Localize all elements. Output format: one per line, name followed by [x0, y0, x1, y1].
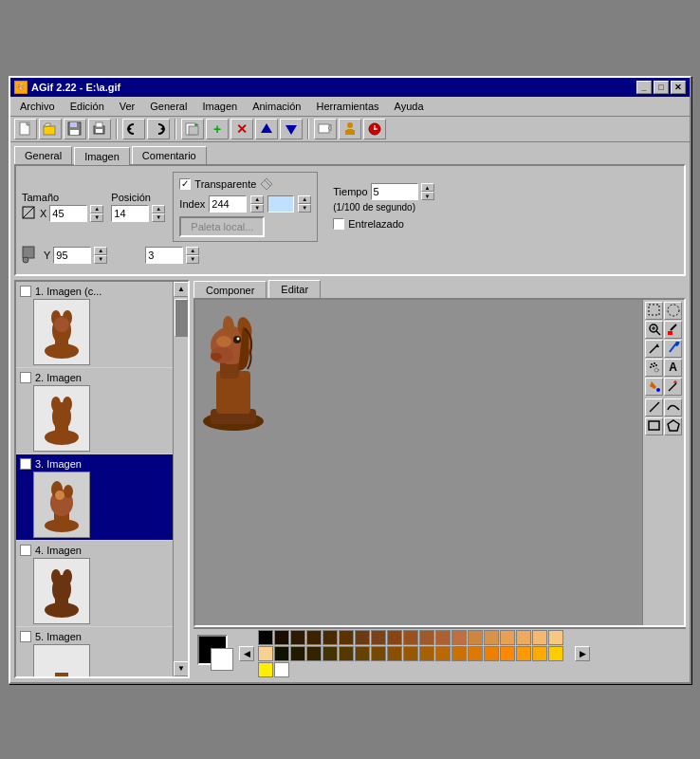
palette-btn[interactable]: Paleta local... [179, 216, 265, 237]
color-down-button[interactable]: ▼ [298, 204, 311, 213]
y-input[interactable] [53, 247, 91, 264]
tiempo-input[interactable] [371, 183, 418, 200]
frame-up-button[interactable] [255, 119, 278, 139]
tab-comentario[interactable]: Comentario [132, 146, 207, 164]
print-button[interactable] [88, 119, 111, 139]
maximize-button[interactable]: □ [654, 81, 669, 94]
tab-imagen[interactable]: Imagen [74, 147, 130, 165]
frame-item-2[interactable]: 2. Imagen [16, 368, 173, 454]
color-cell-39[interactable] [274, 662, 289, 677]
fill-tool[interactable] [645, 378, 663, 396]
frame-add-button[interactable]: + [206, 119, 229, 139]
frame-new-button[interactable] [181, 119, 204, 139]
canvas-tab-componer[interactable]: Componer [193, 281, 267, 299]
color-cell-34[interactable] [500, 646, 515, 661]
secondary-color-swatch[interactable] [211, 648, 233, 671]
magic-wand-tool[interactable] [664, 378, 682, 396]
color-cell-0[interactable] [258, 630, 273, 645]
color-cell-19[interactable] [258, 646, 273, 661]
menu-ayuda[interactable]: Ayuda [389, 99, 430, 114]
menu-ver[interactable]: Ver [114, 99, 141, 114]
clock-button[interactable] [363, 119, 386, 139]
menu-edicion[interactable]: Edición [64, 99, 110, 114]
y-down-button[interactable]: ▼ [94, 255, 107, 264]
x-down-button[interactable]: ▼ [90, 213, 103, 222]
frame-check-1[interactable] [20, 286, 31, 297]
color-cell-26[interactable] [371, 646, 386, 661]
redo-button[interactable] [147, 119, 170, 139]
tiempo-down-button[interactable]: ▼ [421, 192, 434, 200]
scrollbar-up-button[interactable]: ▲ [174, 282, 188, 297]
pencil-tool[interactable] [645, 340, 663, 358]
color-cell-7[interactable] [371, 630, 386, 645]
color-cell-33[interactable] [484, 646, 499, 661]
undo-button[interactable] [122, 119, 145, 139]
color-cell-8[interactable] [387, 630, 402, 645]
open-button[interactable] [39, 119, 62, 139]
color-cell-3[interactable] [306, 630, 322, 645]
x-up-button[interactable]: ▲ [90, 205, 103, 213]
select-rect-tool[interactable] [645, 302, 663, 320]
color-cell-18[interactable] [548, 630, 563, 645]
color-cell-38[interactable] [258, 662, 273, 677]
color-cell-9[interactable] [403, 630, 418, 645]
menu-herramientas[interactable]: Herramientas [310, 99, 384, 114]
color-cell-24[interactable] [339, 646, 354, 661]
frame-check-4[interactable] [20, 545, 31, 556]
y-up-button[interactable]: ▲ [94, 247, 107, 255]
polygon-tool[interactable] [664, 417, 682, 435]
frame-item-1[interactable]: 1. Imagen (c... [16, 282, 173, 368]
color-cell-35[interactable] [516, 646, 531, 661]
pos-x-up-button[interactable]: ▲ [152, 205, 165, 213]
minimize-button[interactable]: _ [636, 81, 652, 94]
frame-item-3[interactable]: 3. Imagen [16, 454, 173, 541]
close-button[interactable]: ✕ [671, 81, 686, 94]
menu-imagen[interactable]: Imagen [196, 99, 243, 114]
line-tool[interactable] [645, 398, 663, 417]
color-cell-30[interactable] [435, 646, 451, 661]
color-cell-25[interactable] [355, 646, 370, 661]
menu-general[interactable]: General [144, 99, 193, 114]
pos-x-down-button[interactable]: ▼ [152, 213, 165, 222]
index-down-button[interactable]: ▼ [250, 204, 264, 213]
scrollbar-down-button[interactable]: ▼ [174, 661, 188, 676]
index-up-button[interactable]: ▲ [250, 195, 264, 204]
color-cell-31[interactable] [451, 646, 467, 661]
frame-check-5[interactable] [20, 631, 31, 642]
brush-tool[interactable] [664, 340, 682, 358]
color-cell-5[interactable] [339, 630, 354, 645]
palette-prev-button[interactable]: ◀ [239, 646, 254, 661]
curve-tool[interactable] [664, 398, 682, 417]
pos-x-input[interactable] [111, 205, 149, 222]
frame-check-2[interactable] [20, 372, 31, 383]
scrollbar-track[interactable] [174, 297, 188, 661]
color-cell-32[interactable] [468, 646, 483, 661]
frame-scroll[interactable]: 1. Imagen (c... [16, 282, 173, 676]
color-cell-17[interactable] [532, 630, 547, 645]
color-cell-2[interactable] [290, 630, 305, 645]
color-cell-20[interactable] [274, 646, 289, 661]
color-cell-36[interactable] [532, 646, 547, 661]
frame-check-3[interactable] [20, 458, 31, 470]
pos-y-down-button[interactable]: ▼ [186, 255, 199, 264]
spray-tool[interactable] [645, 359, 663, 377]
select-ellipse-tool[interactable] [664, 302, 682, 320]
tiempo-up-button[interactable]: ▲ [421, 183, 434, 192]
color-cell-15[interactable] [500, 630, 515, 645]
color-cell-14[interactable] [484, 630, 499, 645]
rectangle-tool[interactable] [645, 417, 663, 435]
color-cell-29[interactable] [419, 646, 434, 661]
x-input[interactable] [49, 205, 87, 222]
eyedropper-tool[interactable] [664, 321, 682, 339]
color-cell-23[interactable] [322, 646, 338, 661]
color-cell-22[interactable] [306, 646, 322, 661]
color-cell-1[interactable] [274, 630, 289, 645]
color-cell-13[interactable] [468, 630, 483, 645]
color-cell-27[interactable] [387, 646, 402, 661]
color-cell-10[interactable] [419, 630, 434, 645]
color-cell-28[interactable] [403, 646, 418, 661]
zoom-tool[interactable] [645, 321, 663, 339]
color-up-button[interactable]: ▲ [298, 195, 311, 204]
text-tool[interactable]: A [664, 359, 682, 377]
frame-item-4[interactable]: 4. Imagen [16, 541, 173, 627]
